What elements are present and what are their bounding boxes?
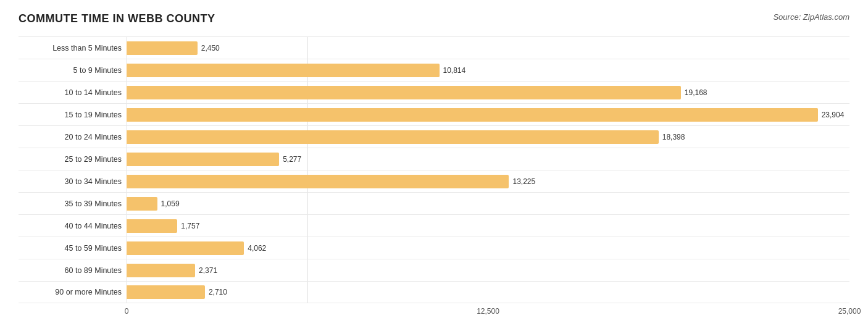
bar (127, 64, 440, 77)
bar-container: 18,398 (127, 126, 849, 148)
bar (127, 241, 244, 255)
bar (127, 285, 205, 299)
bar-label: 5 to 9 Minutes (19, 66, 127, 75)
bar-row: 5 to 9 Minutes10,814 (19, 59, 849, 81)
bar-value: 18,398 (662, 133, 685, 141)
bar-value: 2,450 (201, 44, 220, 52)
bar-container: 13,225 (127, 170, 849, 192)
bar-label: 10 to 14 Minutes (19, 88, 127, 97)
bar-container: 4,062 (127, 237, 849, 259)
bar-value: 23,904 (822, 111, 845, 119)
bar-row: 25 to 29 Minutes5,277 (19, 148, 849, 170)
bar-label: 60 to 89 Minutes (19, 266, 127, 275)
bar (127, 41, 198, 55)
chart-header: COMMUTE TIME IN WEBB COUNTY Source: ZipA… (19, 12, 849, 25)
x-tick: 12,500 (477, 307, 499, 316)
bar-container: 1,059 (127, 193, 849, 214)
bar-container: 23,904 (127, 104, 849, 125)
bar-label: 35 to 39 Minutes (19, 199, 127, 208)
bar-container: 5,277 (127, 148, 849, 170)
bar-value: 4,062 (248, 244, 266, 253)
bar-label: 40 to 44 Minutes (19, 222, 127, 230)
bar-value: 5,277 (283, 155, 301, 164)
chart-wrapper: COMMUTE TIME IN WEBB COUNTY Source: ZipA… (19, 12, 849, 319)
bar-label: 30 to 34 Minutes (19, 177, 127, 186)
bar-value: 10,814 (443, 66, 466, 75)
bar-row: 60 to 89 Minutes2,371 (19, 259, 849, 281)
bar-label: 25 to 29 Minutes (19, 155, 127, 164)
bar (127, 219, 177, 233)
chart-title: COMMUTE TIME IN WEBB COUNTY (19, 12, 215, 25)
bar-container: 10,814 (127, 59, 849, 81)
bar-value: 1,059 (161, 199, 180, 208)
bar (127, 108, 818, 122)
bar-value: 19,168 (685, 88, 707, 97)
chart-source: Source: ZipAtlas.com (773, 12, 849, 22)
bar (127, 197, 157, 211)
bar-row: 30 to 34 Minutes13,225 (19, 170, 849, 192)
bar-value: 13,225 (512, 177, 535, 186)
bar-container: 2,450 (127, 37, 849, 59)
bar-label: 90 or more Minutes (19, 288, 127, 296)
x-tick: 0 (125, 307, 129, 316)
x-tick: 25,000 (838, 307, 861, 316)
bar-label: 15 to 19 Minutes (19, 111, 127, 119)
bar-container: 2,371 (127, 259, 849, 281)
bar-value: 1,757 (181, 222, 199, 230)
bar-label: 45 to 59 Minutes (19, 244, 127, 253)
bar-row: 90 or more Minutes2,710 (19, 281, 849, 303)
bar-label: Less than 5 Minutes (19, 44, 127, 52)
x-axis: 012,50025,000 (19, 307, 849, 319)
bar-container: 1,757 (127, 215, 849, 237)
bar-label: 20 to 24 Minutes (19, 133, 127, 141)
bar-row: Less than 5 Minutes2,450 (19, 36, 849, 59)
bar-row: 45 to 59 Minutes4,062 (19, 237, 849, 259)
bar-row: 40 to 44 Minutes1,757 (19, 214, 849, 237)
bar (127, 153, 279, 166)
bar (127, 175, 509, 188)
bar (127, 86, 681, 99)
bar-value: 2,710 (209, 288, 227, 296)
bar-container: 2,710 (127, 282, 849, 303)
bar (127, 264, 195, 277)
bar-row: 10 to 14 Minutes19,168 (19, 81, 849, 103)
x-axis-inner: 012,50025,000 (127, 307, 849, 319)
chart-area: Less than 5 Minutes2,4505 to 9 Minutes10… (19, 36, 849, 303)
bar-row: 20 to 24 Minutes18,398 (19, 125, 849, 148)
bar-row: 15 to 19 Minutes23,904 (19, 103, 849, 125)
bar-row: 35 to 39 Minutes1,059 (19, 192, 849, 214)
bar (127, 130, 659, 144)
bar-value: 2,371 (199, 266, 217, 275)
bar-container: 19,168 (127, 82, 849, 103)
